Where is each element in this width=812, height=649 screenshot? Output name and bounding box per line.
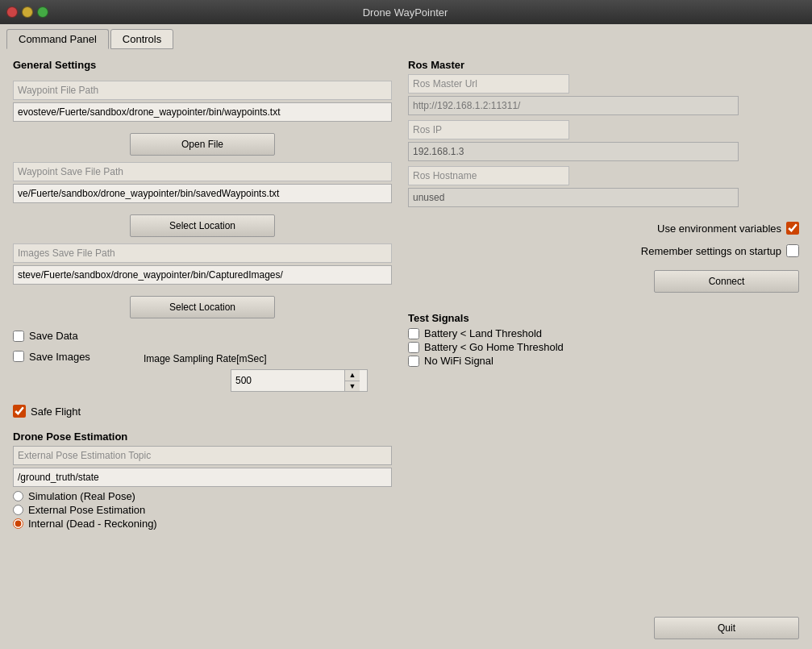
external-pose-topic-input[interactable] xyxy=(13,468,392,487)
ros-master-section: Ros Master xyxy=(408,59,799,212)
spin-up-button[interactable]: ▲ xyxy=(345,370,360,381)
window-title: Drone WayPointer xyxy=(53,6,757,19)
images-save-path-group xyxy=(13,243,392,285)
ros-ip-group xyxy=(408,120,799,161)
ros-ip-label xyxy=(408,120,569,139)
env-vars-row: Use environment variables xyxy=(408,222,799,235)
ros-master-title: Ros Master xyxy=(408,59,799,71)
ros-hostname-label xyxy=(408,166,569,185)
pose-topic-group xyxy=(13,446,392,487)
left-panel: General Settings Open File Select Locati… xyxy=(13,59,392,639)
safe-flight-row: Safe Flight xyxy=(13,405,392,418)
no-wifi-checkbox[interactable] xyxy=(408,356,419,367)
drone-pose-title: Drone Pose Estimation xyxy=(13,431,392,443)
waypoint-save-path-group xyxy=(13,162,392,203)
content-area: General Settings Open File Select Locati… xyxy=(0,49,812,649)
safe-flight-checkbox[interactable] xyxy=(13,405,26,418)
save-data-checkbox[interactable] xyxy=(13,331,24,342)
radio-sim-real-pose: Simulation (Real Pose) xyxy=(13,490,392,502)
tab-controls[interactable]: Controls xyxy=(110,29,173,49)
safe-flight-label: Safe Flight xyxy=(31,406,81,418)
images-save-path-input[interactable] xyxy=(13,265,392,285)
ros-url-group xyxy=(408,74,799,115)
ros-hostname-group xyxy=(408,166,799,207)
remember-settings-row: Remember settings on startup xyxy=(408,244,799,257)
battery-land-checkbox[interactable] xyxy=(408,328,419,339)
external-pose-label: External Pose Estimation xyxy=(28,504,145,516)
spin-down-button[interactable]: ▼ xyxy=(345,381,360,392)
save-images-label: Save Images xyxy=(29,351,90,363)
external-pose-radio[interactable] xyxy=(13,505,23,515)
use-env-vars-label: Use environment variables xyxy=(657,223,781,235)
tab-command-panel[interactable]: Command Panel xyxy=(6,29,109,49)
no-wifi-label: No WiFi Signal xyxy=(424,355,493,367)
image-sampling-rate-input[interactable] xyxy=(231,371,344,390)
select-location-2-button[interactable]: Select Location xyxy=(130,296,275,318)
tabs-row: Command Panel Controls xyxy=(0,24,812,49)
connect-button[interactable]: Connect xyxy=(654,270,799,293)
open-file-btn-row: Open File xyxy=(13,133,392,156)
spinner-arrows: ▲ ▼ xyxy=(344,370,360,391)
battery-home-checkbox[interactable] xyxy=(408,342,419,353)
drone-pose-section: Drone Pose Estimation Simulation (Real P… xyxy=(13,431,392,531)
minimize-button[interactable] xyxy=(22,6,33,18)
radio-external-pose: External Pose Estimation xyxy=(13,504,392,516)
radio-internal-dead: Internal (Dead - Reckoning) xyxy=(13,518,392,530)
save-data-row: Save Data xyxy=(13,330,392,342)
select-location1-btn-row: Select Location xyxy=(13,214,392,237)
battery-home-row: Battery < Go Home Threshold xyxy=(408,341,799,353)
quit-button[interactable]: Quit xyxy=(654,617,799,639)
battery-land-row: Battery < Land Threshold xyxy=(408,327,799,339)
save-images-row: Save Images Image Sampling Rate[mSec] xyxy=(13,348,392,364)
waypoint-file-path-group xyxy=(13,81,392,122)
waypoint-save-path-label xyxy=(13,162,392,181)
quit-row: Quit xyxy=(408,601,799,639)
select-location-1-button[interactable]: Select Location xyxy=(130,214,275,237)
remember-settings-label: Remember settings on startup xyxy=(641,245,781,257)
image-sampling-rate-spinner[interactable]: ▲ ▼ xyxy=(231,369,368,392)
ros-url-input[interactable] xyxy=(408,96,739,115)
use-env-vars-checkbox[interactable] xyxy=(786,222,799,235)
battery-home-label: Battery < Go Home Threshold xyxy=(424,341,564,353)
right-panel: Ros Master Use xyxy=(408,59,799,639)
sim-real-pose-radio[interactable] xyxy=(13,491,23,501)
waypoint-file-path-input[interactable] xyxy=(13,102,392,122)
no-wifi-row: No WiFi Signal xyxy=(408,355,799,367)
ros-hostname-input[interactable] xyxy=(408,188,739,207)
ros-ip-input[interactable] xyxy=(408,142,739,161)
window-controls xyxy=(6,6,48,18)
save-data-label: Save Data xyxy=(29,330,78,342)
external-pose-topic-label xyxy=(13,446,392,465)
select-location2-btn-row: Select Location xyxy=(13,296,392,318)
main-window: Command Panel Controls General Settings … xyxy=(0,24,812,649)
images-save-path-label xyxy=(13,243,392,263)
test-signals-section: Test Signals Battery < Land Threshold Ba… xyxy=(408,312,799,368)
internal-dead-radio[interactable] xyxy=(13,518,23,529)
waypoint-save-path-input[interactable] xyxy=(13,184,392,203)
sim-real-pose-label: Simulation (Real Pose) xyxy=(28,490,135,502)
image-sampling-rate-label: Image Sampling Rate[mSec] xyxy=(144,348,267,364)
waypoint-file-path-label xyxy=(13,81,392,100)
maximize-button[interactable] xyxy=(37,6,48,18)
remember-settings-checkbox[interactable] xyxy=(786,244,799,257)
test-signals-title: Test Signals xyxy=(408,312,799,324)
internal-dead-label: Internal (Dead - Reckoning) xyxy=(28,518,157,530)
open-file-button[interactable]: Open File xyxy=(130,133,275,156)
title-bar: Drone WayPointer xyxy=(0,0,812,24)
general-settings-title: General Settings xyxy=(13,59,392,71)
ros-url-label xyxy=(408,74,569,94)
save-images-checkbox[interactable] xyxy=(13,351,24,362)
close-button[interactable] xyxy=(6,6,18,18)
battery-land-label: Battery < Land Threshold xyxy=(424,327,542,339)
